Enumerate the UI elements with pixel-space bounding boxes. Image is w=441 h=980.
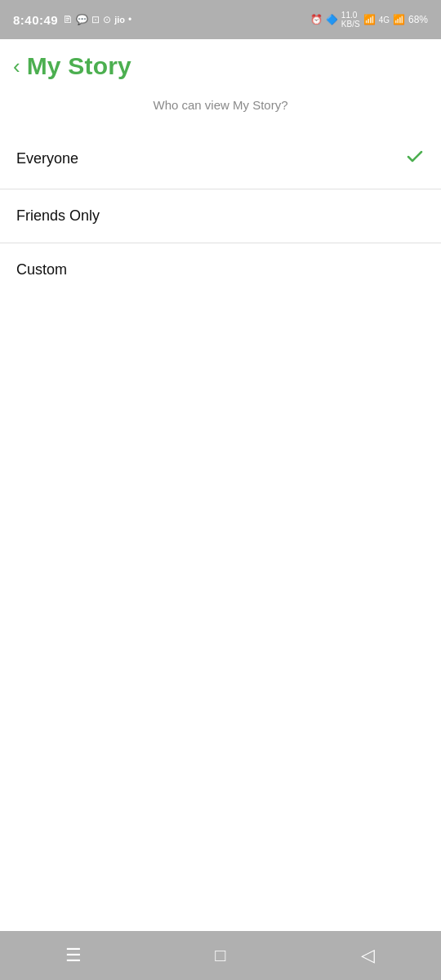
- page-title: My Story: [27, 52, 131, 80]
- battery-level: 68%: [408, 14, 428, 25]
- status-bar: 8:40:49 🖹 💬 ⊡ ⊙ jio • ⏰ 🔷 11.0KB/S 📶 4G …: [0, 0, 441, 39]
- subtitle: Who can view My Story?: [0, 90, 441, 128]
- alarm-icon: ⏰: [310, 14, 323, 25]
- signal-bars-icon: 📶: [393, 14, 405, 25]
- options-list: Everyone Friends Only Custom: [0, 128, 441, 296]
- square-icon: □: [215, 945, 225, 966]
- back-button[interactable]: ‹: [13, 56, 20, 77]
- notification-icon: 🖹: [63, 14, 73, 25]
- option-label-custom: Custom: [16, 261, 67, 278]
- jio-icon: jio: [114, 15, 125, 24]
- status-left: 8:40:49 🖹 💬 ⊡ ⊙ jio •: [13, 13, 131, 27]
- nav-back-button[interactable]: ◁: [351, 939, 384, 972]
- whatsapp-icon: 💬: [76, 14, 88, 25]
- nav-menu-button[interactable]: ☰: [57, 939, 90, 972]
- dot-icon: •: [128, 14, 131, 25]
- option-friends-only[interactable]: Friends Only: [0, 189, 441, 243]
- option-label-friends-only: Friends Only: [16, 207, 100, 225]
- status-right: ⏰ 🔷 11.0KB/S 📶 4G 📶 68%: [310, 11, 428, 29]
- wifi-icon: 📶: [363, 14, 376, 25]
- signal-4g-icon: 4G: [379, 16, 390, 24]
- header: ‹ My Story: [0, 39, 441, 90]
- status-icons: 🖹 💬 ⊡ ⊙ jio •: [63, 14, 131, 25]
- option-label-everyone: Everyone: [16, 150, 78, 167]
- status-time: 8:40:49: [13, 13, 58, 27]
- back-nav-icon: ◁: [361, 945, 375, 966]
- selected-checkmark-icon: [405, 146, 425, 171]
- sync-icon: ⊙: [103, 14, 111, 25]
- message-icon: ⊡: [91, 14, 100, 25]
- bottom-nav: ☰ □ ◁: [0, 931, 441, 980]
- network-speed-icon: 11.0KB/S: [341, 11, 360, 29]
- option-everyone[interactable]: Everyone: [0, 128, 441, 189]
- nav-home-button[interactable]: □: [204, 939, 237, 972]
- bluetooth-icon: 🔷: [326, 14, 338, 25]
- option-custom[interactable]: Custom: [0, 243, 441, 296]
- hamburger-icon: ☰: [65, 945, 82, 966]
